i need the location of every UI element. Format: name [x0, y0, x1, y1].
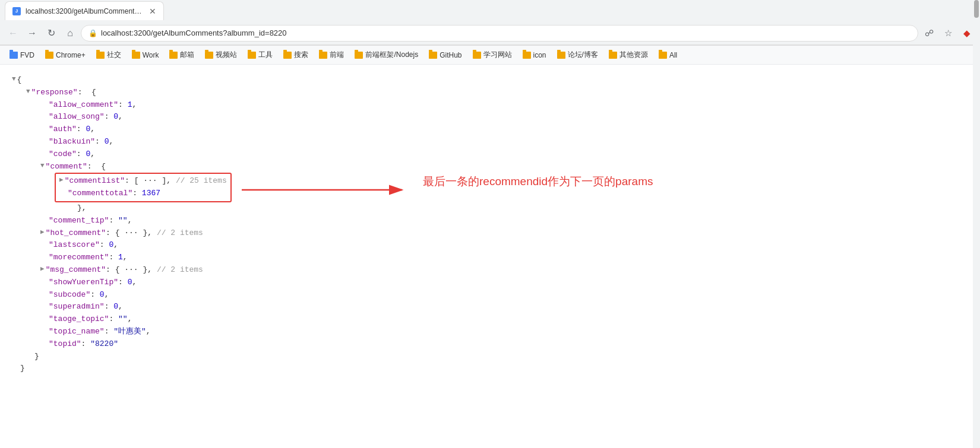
json-msg-comment: ▶ "msg_comment": { ··· }, // 2 items [12, 264, 968, 277]
bookmark-folder-icon [609, 52, 617, 59]
bookmarks-bar: FVD Chrome+ 社交 Work 邮箱 视频站 工具 搜索 前端 前端框架… [0, 46, 980, 65]
bookmark-all[interactable]: All [654, 49, 682, 62]
bookmark-folder-icon [659, 52, 667, 59]
bookmark-label: GitHub [440, 51, 461, 59]
active-tab[interactable]: J localhost:3200/getAlbumComments?albumm… [5, 1, 164, 20]
url-text: localhost:3200/getAlbumComments?albumm_i… [101, 28, 911, 37]
bookmark-youxiang[interactable]: 邮箱 [165, 47, 199, 62]
json-auth: "auth": 0, [12, 123, 968, 136]
scrollbar[interactable] [973, 0, 980, 421]
toggle-commentlist[interactable]: ▶ [59, 175, 64, 186]
bookmark-folder-icon [319, 52, 327, 59]
json-response-open: ▼ "response": { [12, 87, 968, 99]
forward-button[interactable]: → [24, 25, 40, 42]
json-topic-name: "topic_name": "叶惠美", [12, 326, 968, 338]
bookmark-label: Work [143, 51, 159, 59]
bookmark-folder-icon [96, 52, 105, 59]
bookmark-shejiao[interactable]: 社交 [91, 47, 126, 62]
json-response-close: } [12, 351, 968, 363]
json-lastscore: "lastscore": 0, [12, 239, 968, 252]
toggle-root[interactable]: ▼ [12, 74, 16, 85]
json-showYuerenTip: "showYuerenTip": 0, [12, 277, 968, 289]
highlight-box: ▶ "commentlist": [ ··· ], // 25 items "c… [55, 173, 232, 202]
json-code: "code": 0, [12, 148, 968, 161]
translate-button[interactable]: ☍ [921, 25, 937, 42]
bookmark-label: 学习网站 [483, 50, 512, 60]
json-comment-tip: "comment_tip": "", [12, 215, 968, 227]
bookmark-folder-icon [523, 52, 531, 59]
bookmark-label: 社交 [107, 50, 121, 60]
tab-close-button[interactable]: ✕ [149, 7, 156, 16]
json-allow-song: "allow_song": 0, [12, 111, 968, 123]
bookmark-folder-icon [169, 52, 178, 59]
toggle-hot-comment[interactable]: ▶ [40, 227, 45, 238]
bookmark-folder-icon [557, 52, 565, 59]
highlighted-section: ▶ "commentlist": [ ··· ], // 25 items "c… [55, 173, 968, 202]
browser-chrome: J localhost:3200/getAlbumComments?albumm… [0, 0, 980, 46]
annotation-arrow [242, 181, 420, 199]
bookmark-qianduan[interactable]: 前端 [314, 47, 349, 62]
json-topid: "topid": "8220" [12, 338, 968, 351]
bookmark-folder-icon [283, 52, 292, 59]
bookmark-chrome-plus[interactable]: Chrome+ [40, 49, 90, 62]
json-morecomment: "morecomment": 1, [12, 252, 968, 264]
bookmark-folder-icon [205, 52, 213, 59]
bookmark-label: 搜索 [294, 50, 308, 60]
address-bar[interactable]: 🔒 localhost:3200/getAlbumComments?albumm… [81, 25, 918, 42]
json-subcode: "subcode": 0, [12, 289, 968, 301]
bookmark-label: icon [533, 51, 546, 59]
back-button[interactable]: ← [5, 25, 21, 42]
bookmark-folder-icon [45, 52, 53, 59]
bookmark-label: 其他资源 [619, 50, 648, 60]
lock-icon: 🔒 [88, 29, 97, 37]
bookmark-label: 前端 [330, 50, 344, 60]
bookmark-gongju[interactable]: 工具 [243, 47, 277, 62]
bookmark-icon[interactable]: icon [518, 49, 551, 62]
bookmark-fvd[interactable]: FVD [5, 49, 39, 62]
json-hot-comment: ▶ "hot_comment": { ··· }, // 2 items [12, 227, 968, 240]
home-button[interactable]: ⌂ [62, 25, 78, 42]
bookmark-qita[interactable]: 其他资源 [604, 47, 653, 62]
bookmark-button[interactable]: ☆ [940, 25, 956, 42]
json-blackuin: "blackuin": 0, [12, 136, 968, 148]
nav-bar: ← → ↻ ⌂ 🔒 localhost:3200/getAlbumComment… [0, 21, 980, 45]
content-area: ▼ { ▼ "response": { "allow_comment": 1, … [0, 65, 980, 421]
bookmark-luntan[interactable]: 论坛/博客 [552, 47, 603, 62]
json-commenttotal: "commenttotal": 1367 [59, 188, 227, 200]
tab-title: localhost:3200/getAlbumComments?albumm_i… [26, 7, 144, 15]
tab-bar: J localhost:3200/getAlbumComments?albumm… [0, 0, 980, 21]
bookmark-sousuo[interactable]: 搜索 [279, 47, 313, 62]
bookmark-folder-icon [132, 52, 140, 59]
bookmark-label: 论坛/博客 [568, 50, 598, 60]
tab-favicon: J [12, 7, 21, 15]
bookmark-folder-icon [429, 52, 437, 59]
bookmark-folder-icon [473, 52, 481, 59]
bookmark-qianduan-nodejs[interactable]: 前端框架/Nodejs [350, 47, 423, 62]
nav-actions: ☍ ☆ ◆ [921, 25, 975, 42]
bookmark-github[interactable]: GitHub [424, 49, 466, 62]
toggle-response[interactable]: ▼ [26, 87, 30, 97]
json-comment-open: ▼ "comment": { [12, 161, 968, 173]
toggle-comment[interactable]: ▼ [40, 161, 45, 171]
bookmark-label: All [669, 51, 677, 59]
bookmark-label: 邮箱 [180, 50, 194, 60]
reload-button[interactable]: ↻ [43, 25, 59, 42]
json-comment-close: }, [12, 202, 968, 215]
bookmark-label: Chrome+ [56, 51, 86, 59]
bookmark-fvd-label: FVD [20, 51, 34, 59]
bookmark-label: 工具 [258, 50, 273, 60]
bookmark-label: 前端框架/Nodejs [365, 50, 418, 60]
json-taoge-topic: "taoge_topic": "", [12, 313, 968, 326]
bookmark-label: 视频站 [216, 50, 237, 60]
json-superadmin: "superadmin": 0, [12, 301, 968, 313]
annotation-text: 最后一条的recommendid作为下一页的params [423, 173, 653, 190]
scrollbar-thumb[interactable] [974, 0, 979, 18]
toggle-msg-comment[interactable]: ▶ [40, 264, 45, 275]
json-allow-comment: "allow_comment": 1, [12, 99, 968, 112]
bookmark-work[interactable]: Work [127, 49, 164, 62]
json-commentlist: ▶ "commentlist": [ ··· ], // 25 items [59, 175, 227, 188]
json-root-close: } [12, 363, 968, 375]
bookmark-folder-icon [248, 52, 256, 59]
bookmark-videozhan[interactable]: 视频站 [200, 47, 242, 62]
bookmark-xuexiwangzhan[interactable]: 学习网站 [468, 47, 517, 62]
